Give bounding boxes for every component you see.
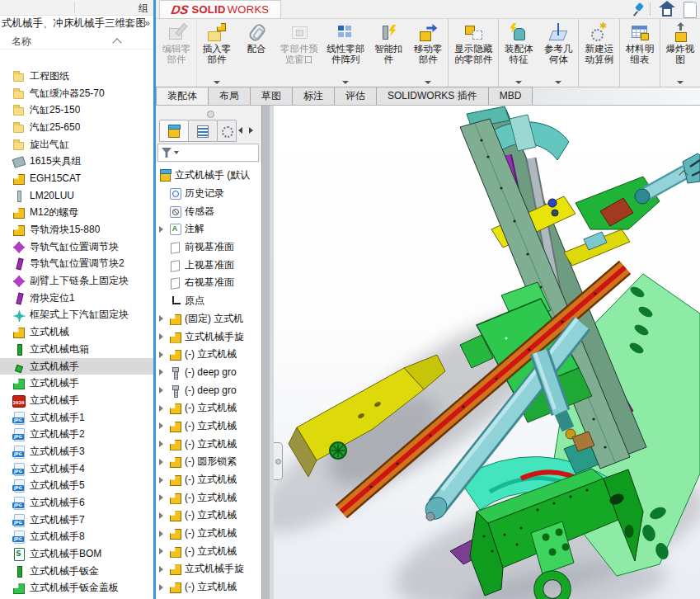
new-document-icon[interactable]: [684, 2, 697, 18]
file-list-item[interactable]: 导轨滑块15-880: [0, 221, 153, 238]
dropdown-caret-icon[interactable]: [342, 81, 349, 84]
file-list-item[interactable]: 立式机械手4: [0, 460, 153, 478]
feature-tree-item[interactable]: 立式机械手旋: [156, 560, 261, 578]
chevron-right-icon[interactable]: »: [144, 17, 150, 29]
file-list-item[interactable]: 立式机械电箱: [0, 341, 153, 358]
expand-arrow-icon[interactable]: [159, 226, 163, 233]
view-tool-icon[interactable]: [656, 87, 677, 104]
expand-arrow-icon[interactable]: [159, 566, 163, 573]
file-list-item[interactable]: 汽缸25-650: [0, 119, 153, 136]
feature-tree-item[interactable]: 历史记录: [156, 185, 261, 203]
dropdown-caret-icon[interactable]: [515, 81, 522, 84]
home-icon[interactable]: [657, 1, 677, 17]
panel-splitter-handle[interactable]: [207, 111, 214, 118]
feature-tree-item[interactable]: (-) 圆形锁紧: [156, 453, 261, 471]
tree-scrollbar[interactable]: [261, 106, 270, 599]
tab-feature-manager-design-tree[interactable]: [159, 120, 189, 142]
file-list-item[interactable]: 立式机械手钣金: [0, 563, 153, 580]
feature-tree-item[interactable]: 注解: [156, 220, 261, 238]
file-list-item[interactable]: 框架式上下汽缸固定块: [0, 307, 153, 324]
commandmanager-tab[interactable]: 评估: [334, 87, 377, 105]
feature-tree-item[interactable]: (固定) 立式机: [156, 310, 261, 328]
ribbon-button[interactable]: 线性零部件阵列: [322, 19, 369, 87]
name-column-header[interactable]: 名称: [12, 35, 31, 49]
feature-tree-item[interactable]: (-) 立式机械: [156, 525, 261, 543]
ribbon-button[interactable]: 插入零部件: [197, 19, 237, 87]
file-list-item[interactable]: 导轨气缸位置调节块: [0, 238, 153, 256]
feature-tree-item[interactable]: 立式机械手旋: [156, 328, 261, 346]
filter-funnel-icon[interactable]: [162, 148, 171, 158]
file-list-item[interactable]: 汽缸25-150: [0, 101, 153, 119]
feature-tree-item[interactable]: (-) deep gro: [156, 381, 261, 399]
feature-tree-item[interactable]: (-) 立式机械: [156, 578, 261, 597]
commandmanager-tab[interactable]: 装配体: [156, 87, 209, 105]
ribbon-button[interactable]: 移动零部件: [408, 19, 449, 87]
file-list-item[interactable]: 立式机械: [0, 323, 153, 341]
feature-tree-item[interactable]: (-) deep gro: [156, 364, 261, 382]
pin-menu-icon[interactable]: [632, 1, 646, 17]
expand-arrow-icon[interactable]: [159, 387, 163, 394]
file-list-item[interactable]: 立式机械手: [0, 375, 153, 392]
expand-arrow-icon[interactable]: [159, 405, 163, 412]
file-list-item[interactable]: 立式机械手6: [0, 494, 153, 512]
feature-tree-item[interactable]: (-) 立式机械: [156, 399, 261, 417]
dropdown-caret-icon[interactable]: [555, 81, 561, 84]
tree-filter-box[interactable]: [157, 144, 259, 162]
dropdown-caret-icon[interactable]: [677, 81, 684, 84]
feature-tree-item[interactable]: (-) 立式机械: [156, 488, 261, 507]
feature-tree-item[interactable]: (-) 立式机械: [156, 435, 261, 453]
file-list-item[interactable]: 立式机械手1: [0, 409, 153, 427]
file-list-item[interactable]: 立式机械手: [0, 358, 153, 375]
tab-property-manager[interactable]: [188, 120, 218, 142]
feature-tree-item[interactable]: 右视基准面: [156, 274, 261, 292]
file-list-item[interactable]: 导轨气缸位置调节块2: [0, 256, 153, 273]
feature-tree-item[interactable]: 传感器: [156, 202, 261, 220]
file-list-item[interactable]: 立式机械手8: [0, 529, 153, 546]
commandmanager-tab[interactable]: 标注: [292, 87, 335, 105]
file-list-item[interactable]: 气缸缓冲器25-70: [0, 85, 153, 102]
ribbon-button[interactable]: 材料明细表: [620, 19, 660, 87]
file-list-item[interactable]: 立式机械手7: [0, 512, 153, 529]
view-tool-icon[interactable]: [587, 87, 608, 104]
scroll-left-icon[interactable]: [238, 127, 242, 134]
ribbon-button[interactable]: 新建运动算例: [579, 19, 620, 87]
ribbon-button[interactable]: 智能扣件: [369, 19, 408, 87]
file-list-item[interactable]: LM20LUU: [0, 187, 153, 205]
ribbon-button[interactable]: 爆炸视图: [660, 19, 700, 87]
commandmanager-tab[interactable]: SOLIDWORKS 插件: [376, 87, 489, 105]
expand-arrow-icon[interactable]: [159, 548, 163, 554]
view-tool-icon[interactable]: [633, 87, 654, 104]
file-list-item[interactable]: 立式机械手3: [0, 443, 153, 460]
expand-arrow-icon[interactable]: [159, 531, 163, 537]
file-list-item[interactable]: 滑块定位1: [0, 290, 153, 307]
expand-arrow-icon[interactable]: [159, 441, 163, 447]
feature-tree-item[interactable]: 前视基准面: [156, 238, 261, 257]
ribbon-button[interactable]: 编辑零部件: [157, 19, 197, 87]
ribbon-button[interactable]: 配合: [237, 19, 276, 87]
commandmanager-tab[interactable]: 布局: [208, 87, 251, 105]
sort-ascending-icon[interactable]: [112, 38, 121, 47]
commandmanager-tab[interactable]: 草图: [250, 87, 293, 105]
file-list-item[interactable]: 副臂上下链条上固定块: [0, 272, 153, 290]
file-list-item[interactable]: 立式机械手钣金盖板: [0, 580, 153, 597]
expand-arrow-icon[interactable]: [159, 459, 163, 465]
feature-tree-item[interactable]: (-) 立式机械: [156, 471, 261, 489]
tab-configuration-manager[interactable]: [217, 120, 237, 142]
expand-arrow-icon[interactable]: [159, 494, 163, 501]
view-tool-icon[interactable]: [679, 87, 700, 104]
ribbon-button[interactable]: 参考几何体: [538, 19, 579, 87]
file-list-item[interactable]: 立式机械手: [0, 392, 153, 409]
expand-arrow-icon[interactable]: [159, 584, 163, 591]
file-list-item[interactable]: 工程图纸: [0, 68, 153, 85]
assembly-3d-model[interactable]: [274, 106, 700, 599]
ribbon-button[interactable]: 显示隐藏的零部件: [449, 19, 499, 87]
filter-caret-icon[interactable]: [174, 151, 179, 154]
file-list-item[interactable]: 旋出气缸: [0, 136, 153, 153]
file-list-item[interactable]: M12的螺母: [0, 205, 153, 222]
view-tool-icon[interactable]: [610, 87, 631, 104]
expand-arrow-icon[interactable]: [159, 351, 163, 358]
dropdown-caret-icon[interactable]: [214, 81, 220, 84]
commandmanager-tab[interactable]: MBD: [488, 87, 533, 105]
file-list-item[interactable]: 立式机械手2: [0, 426, 153, 443]
ribbon-button[interactable]: 零部件预览窗口: [276, 19, 322, 87]
